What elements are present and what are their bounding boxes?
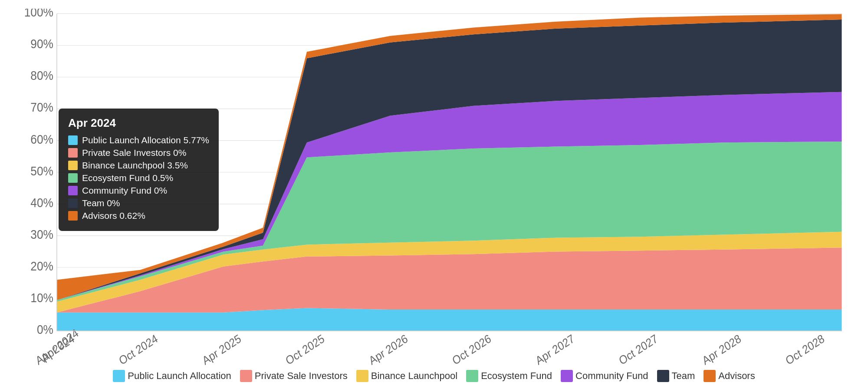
legend-item-binance: Binance Launchpool [356,370,457,382]
legend-item-advisors: Advisors [704,370,755,382]
svg-text:40%: 40% [30,195,53,210]
svg-text:10%: 10% [30,290,53,305]
legend-swatch-team [657,370,669,382]
svg-text:Apr 2025: Apr 2025 [201,332,243,366]
chart-container: 100% 90% 80% 70% 60% 50% 40% 30% 20% 10%… [0,0,868,389]
legend-item-ecosystem: Ecosystem Fund [466,370,552,382]
chart-area: 100% 90% 80% 70% 60% 50% 40% 30% 20% 10%… [17,9,851,366]
legend-swatch-community [561,370,573,382]
svg-text:Apr 2027: Apr 2027 [534,332,576,366]
svg-text:Apr 2026: Apr 2026 [367,332,410,366]
legend-swatch-ecosystem [466,370,478,382]
svg-text:100%: 100% [24,9,53,20]
legend-label-public-launch: Public Launch Allocation [128,370,231,382]
legend-item-private-sale: Private Sale Investors [240,370,348,382]
svg-text:30%: 30% [30,227,53,241]
chart-legend: Public Launch Allocation Private Sale In… [17,366,851,385]
svg-text:60%: 60% [30,132,53,146]
legend-label-ecosystem: Ecosystem Fund [481,370,552,382]
legend-swatch-advisors [704,370,716,382]
legend-item-team: Team [657,370,695,382]
legend-item-public-launch: Public Launch Allocation [113,370,231,382]
legend-label-advisors: Advisors [718,370,755,382]
svg-text:Oct 2024: Oct 2024 [117,332,160,366]
legend-swatch-binance [356,370,368,382]
svg-text:20%: 20% [30,259,53,273]
legend-swatch-public-launch [113,370,125,382]
svg-text:70%: 70% [30,100,53,115]
svg-text:Oct 2026: Oct 2026 [450,332,493,366]
legend-label-community: Community Fund [575,370,648,382]
legend-swatch-private-sale [240,370,252,382]
svg-text:Apr 2028: Apr 2028 [700,332,743,366]
svg-text:Oct 2028: Oct 2028 [784,332,826,366]
svg-text:Oct 2025: Oct 2025 [284,332,326,366]
legend-label-private-sale: Private Sale Investors [255,370,348,382]
svg-text:0%: 0% [37,322,53,336]
svg-text:50%: 50% [30,164,53,178]
svg-text:Oct 2027: Oct 2027 [617,332,660,366]
legend-label-binance: Binance Launchpool [371,370,457,382]
legend-item-community: Community Fund [561,370,648,382]
svg-text:90%: 90% [30,37,53,51]
main-chart-svg: 100% 90% 80% 70% 60% 50% 40% 30% 20% 10%… [17,9,851,366]
legend-label-team: Team [672,370,695,382]
svg-text:80%: 80% [30,69,53,83]
